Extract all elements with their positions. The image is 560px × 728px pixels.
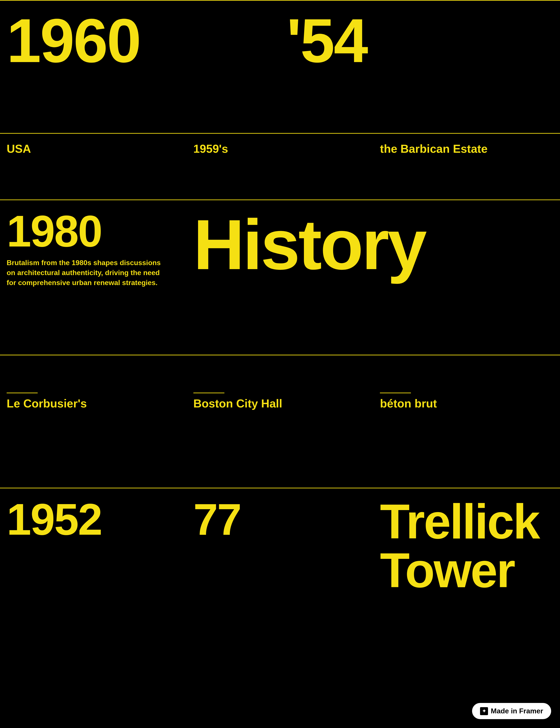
- cell-77: 77: [187, 488, 373, 621]
- framer-label: Made in Framer: [491, 707, 543, 715]
- cell-empty-1: [0, 421, 187, 488]
- row-5: [0, 421, 560, 488]
- row-3: 1980 Brutalism from the 1980s shapes dis…: [0, 200, 560, 355]
- cell-1960: 1960: [0, 0, 280, 133]
- heading-trellick: Trellick Tower: [380, 497, 553, 595]
- cell-trellick: Trellick Tower: [373, 488, 560, 621]
- cell-lecorbusier: Le Corbusier's: [0, 355, 187, 421]
- row-6: 1952 77 Trellick Tower: [0, 488, 560, 621]
- label-lecorbusier: Le Corbusier's: [7, 393, 87, 410]
- year-54: '54: [286, 10, 553, 72]
- cell-empty-3: [373, 421, 560, 488]
- label-beton-brut: béton brut: [380, 393, 437, 410]
- body-1980: Brutalism from the 1980s shapes discussi…: [7, 258, 162, 288]
- framer-badge[interactable]: ✦ Made in Framer: [472, 703, 551, 719]
- cell-54: '54: [280, 0, 560, 133]
- year-1980: 1980: [7, 209, 180, 253]
- cell-1959s: 1959's: [187, 133, 373, 200]
- cell-empty-2: [187, 421, 373, 488]
- label-barbican: the Barbican Estate: [380, 143, 553, 155]
- cell-boston-city-hall: Boston City Hall: [187, 355, 373, 421]
- label-usa: USA: [7, 143, 180, 155]
- year-1960: 1960: [7, 10, 274, 72]
- row-4: Le Corbusier's Boston City Hall béton br…: [0, 355, 560, 421]
- label-1959s: 1959's: [194, 143, 367, 155]
- year-77: 77: [194, 497, 367, 542]
- cell-1980: 1980 Brutalism from the 1980s shapes dis…: [0, 200, 187, 355]
- framer-icon: ✦: [480, 707, 488, 715]
- heading-history: History: [194, 209, 553, 280]
- row-1: 1960 '54: [0, 0, 560, 133]
- year-1952: 1952: [7, 497, 180, 542]
- cell-1952: 1952: [0, 488, 187, 621]
- label-boston-city-hall: Boston City Hall: [194, 393, 282, 410]
- cell-beton-brut: béton brut: [373, 355, 560, 421]
- cell-history: History: [187, 200, 560, 355]
- row-2: USA 1959's the Barbican Estate: [0, 133, 560, 200]
- page: 1960 '54 USA 1959's the Barbican Estate …: [0, 0, 560, 728]
- cell-barbican: the Barbican Estate: [373, 133, 560, 200]
- cell-usa: USA: [0, 133, 187, 200]
